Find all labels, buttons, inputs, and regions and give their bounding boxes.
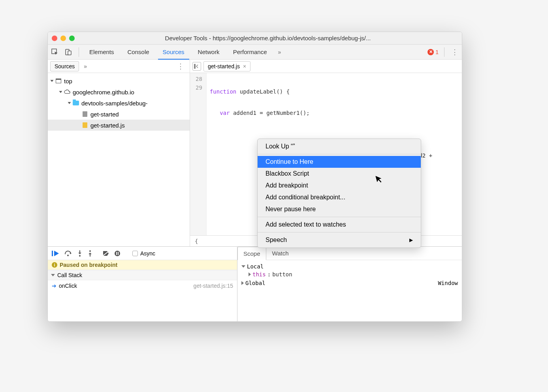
watch-tab[interactable]: Watch (266, 247, 295, 260)
error-icon: ✕ (427, 49, 434, 55)
svg-point-9 (115, 251, 120, 256)
menu-item-lookup[interactable]: Look Up “” (258, 141, 421, 152)
line-number: 28 (196, 75, 202, 83)
callstack-frame[interactable]: ➔ onClick get-started.js:15 (48, 280, 237, 291)
tree-top[interactable]: top (48, 75, 190, 86)
menu-item-add-watches[interactable]: Add selected text to watches (258, 219, 421, 231)
error-count-badge[interactable]: ✕ 1 (427, 49, 439, 55)
sidebar-menu-icon[interactable]: ⋮ (174, 62, 187, 71)
scope-this-value: button (272, 271, 292, 278)
close-tab-icon[interactable]: × (243, 63, 246, 69)
debugger-right: Scope Watch Local this: button Global (237, 247, 462, 321)
resume-button[interactable] (52, 250, 60, 257)
scope-this-row[interactable]: this: button (241, 270, 458, 278)
tree-label: googlechrome.github.io (73, 89, 134, 96)
scope-local[interactable]: Local (241, 263, 458, 270)
svg-rect-3 (194, 64, 196, 69)
sidebar-tab-sources[interactable]: Sources (50, 61, 79, 71)
caret-right-icon (249, 272, 251, 276)
pause-exceptions-button[interactable] (114, 250, 121, 257)
tab-console[interactable]: Console (123, 45, 154, 59)
caret-right-icon (241, 281, 244, 285)
caret-icon (68, 102, 71, 104)
main-toolbar: Elements Console Sources Network Perform… (48, 45, 462, 60)
tree-folder[interactable]: devtools-samples/debug- (48, 98, 190, 109)
async-checkbox[interactable]: Async (132, 250, 155, 257)
editor-tab[interactable]: get-started.js × (203, 61, 250, 71)
more-options-icon[interactable]: ⋮ (450, 47, 459, 57)
window-title: Developer Tools - https://googlechrome.g… (78, 35, 458, 41)
svg-rect-10 (116, 252, 117, 255)
tree-label: top (64, 78, 72, 84)
tree-label: get-started (90, 111, 119, 118)
paused-status-bar: i Paused on breakpoint (48, 260, 237, 270)
sources-sidebar: Sources » ⋮ top googlechrome.github.io (48, 60, 190, 246)
menu-item-speech[interactable]: Speech ▶ (258, 234, 421, 246)
debugger-panel: Async i Paused on breakpoint Call Stack … (48, 246, 462, 321)
line-gutter: 28 29 (190, 73, 207, 235)
submenu-arrow-icon: ▶ (409, 237, 413, 243)
menu-item-add-breakpoint[interactable]: Add breakpoint (258, 180, 421, 191)
paused-label: Paused on breakpoint (60, 262, 117, 268)
tree-file-html[interactable]: get-started (48, 109, 190, 120)
scope-body: Local this: button Global Window (237, 260, 462, 321)
tab-elements[interactable]: Elements (85, 45, 119, 59)
menu-item-continue-to-here[interactable]: Continue to Here (258, 156, 421, 168)
file-icon (82, 111, 88, 117)
svg-point-7 (89, 250, 91, 252)
tab-performance[interactable]: Performance (228, 45, 272, 59)
svg-rect-11 (118, 252, 119, 255)
caret-down-icon (51, 274, 55, 276)
step-over-button[interactable] (64, 250, 72, 257)
editor-tabs: get-started.js × (190, 60, 462, 73)
callstack-label: Call Stack (57, 272, 82, 278)
svg-point-6 (79, 255, 81, 257)
cloud-icon (64, 89, 70, 95)
collapse-sidebar-icon[interactable] (192, 62, 201, 71)
step-out-button[interactable] (87, 250, 93, 257)
editor-tab-label: get-started.js (208, 63, 240, 69)
caret-icon (51, 80, 54, 82)
menu-item-add-conditional-breakpoint[interactable]: Add conditional breakpoint... (258, 191, 421, 203)
inspect-element-icon[interactable] (50, 47, 60, 57)
tree-domain[interactable]: googlechrome.github.io (48, 86, 190, 98)
traffic-lights (52, 36, 75, 41)
deactivate-breakpoints-button[interactable] (102, 250, 109, 257)
step-into-button[interactable] (77, 250, 83, 257)
scope-tabs: Scope Watch (237, 247, 462, 260)
scope-local-label: Local (247, 263, 264, 270)
brace-indicator: { (195, 238, 198, 244)
async-label: Async (140, 250, 155, 257)
menu-item-blackbox-script[interactable]: Blackbox Script (258, 168, 421, 180)
info-icon: i (52, 262, 57, 268)
menu-separator (258, 154, 421, 154)
tree-file-js[interactable]: get-started.js (48, 120, 190, 131)
tabs-overflow-button[interactable]: » (276, 49, 284, 55)
tree-label: get-started.js (90, 122, 125, 129)
close-window-button[interactable] (52, 36, 57, 41)
callstack-header[interactable]: Call Stack (48, 270, 237, 280)
tab-network[interactable]: Network (193, 45, 224, 59)
debugger-toolbar: Async (48, 247, 237, 260)
menu-item-never-pause-here[interactable]: Never pause here (258, 203, 421, 215)
minimize-window-button[interactable] (60, 36, 66, 41)
maximize-window-button[interactable] (69, 36, 75, 41)
file-tree: top googlechrome.github.io devtools-samp… (48, 73, 190, 246)
scope-global-value: Window (438, 280, 458, 286)
svg-rect-4 (52, 251, 53, 256)
context-menu: Look Up “” Continue to Here Blackbox Scr… (257, 139, 421, 248)
scope-this-key: this (252, 271, 266, 278)
window-frame-icon (55, 78, 62, 84)
frame-location: get-started.js:15 (194, 283, 233, 289)
line-number: 29 (196, 83, 202, 92)
scope-global-row[interactable]: Global Window (241, 278, 458, 288)
caret-icon (59, 91, 62, 93)
scope-tab[interactable]: Scope (237, 247, 266, 260)
sidebar-tabs: Sources » ⋮ (48, 60, 190, 73)
error-count: 1 (435, 49, 439, 55)
svg-rect-2 (68, 51, 71, 55)
sidebar-tabs-overflow[interactable]: » (81, 63, 89, 69)
device-toggle-icon[interactable] (64, 47, 73, 57)
menu-separator (258, 217, 421, 217)
tab-sources[interactable]: Sources (158, 45, 189, 60)
